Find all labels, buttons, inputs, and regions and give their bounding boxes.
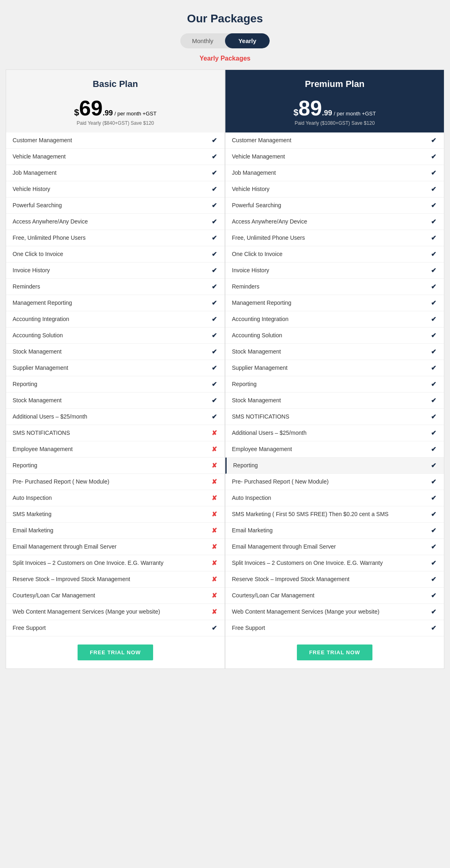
check-icon: ✔ <box>429 364 437 372</box>
feature-row: Reporting✔ <box>225 376 444 393</box>
feature-row: Management Reporting✔ <box>6 295 225 311</box>
feature-name: Vehicle Management <box>13 153 210 160</box>
features-list-premium: Customer Management✔Vehicle Management✔J… <box>225 132 444 636</box>
feature-row: Auto Inspection✔ <box>225 490 444 506</box>
trial-button-premium[interactable]: FREE TRIAL NOW <box>297 644 372 660</box>
check-icon: ✔ <box>429 218 437 226</box>
feature-name: Email Marketing <box>13 527 210 534</box>
feature-row: Stock Management✔ <box>225 393 444 409</box>
check-icon: ✔ <box>429 510 437 518</box>
feature-row: Accounting Solution✔ <box>225 328 444 344</box>
feature-row: Vehicle Management✔ <box>225 149 444 165</box>
feature-name: Reminders <box>232 283 429 290</box>
check-icon: ✔ <box>429 185 437 193</box>
plan-header-basic: Basic Plan$69.99/ per month +GSTPaid Yea… <box>6 70 225 132</box>
plan-header-premium: Premium Plan$89.99/ per month +GSTPaid Y… <box>225 70 444 132</box>
check-icon: ✔ <box>210 250 218 258</box>
check-icon: ✔ <box>429 380 437 388</box>
price-cents: .99 <box>322 109 332 117</box>
cross-icon: ✘ <box>210 494 218 502</box>
check-icon: ✔ <box>429 592 437 599</box>
price-period: / per month +GST <box>334 111 376 117</box>
feature-row: Email Management through Email Server✘ <box>6 539 225 555</box>
plan-card-premium: Premium Plan$89.99/ per month +GSTPaid Y… <box>225 69 444 669</box>
check-icon: ✔ <box>210 315 218 323</box>
feature-row: Access Anywhere/Any Device✔ <box>6 214 225 230</box>
feature-row: Job Management✔ <box>225 165 444 181</box>
check-icon: ✔ <box>429 462 437 469</box>
feature-name: Auto Inspection <box>232 494 429 501</box>
toggle-container: Monthly Yearly <box>4 33 446 48</box>
feature-row: Supplier Management✔ <box>6 360 225 376</box>
feature-name: Accounting Integration <box>232 315 429 323</box>
check-icon: ✔ <box>210 364 218 372</box>
monthly-toggle-btn[interactable]: Monthly <box>180 33 225 48</box>
price-note-basic: Paid Yearly ($840+GST) Save $120 <box>10 120 221 126</box>
check-icon: ✔ <box>210 234 218 242</box>
feature-row: Accounting Integration✔ <box>225 311 444 328</box>
price-period: / per month +GST <box>115 111 157 117</box>
feature-row: Vehicle History✔ <box>225 181 444 197</box>
check-icon: ✔ <box>210 137 218 144</box>
check-icon: ✔ <box>210 624 218 632</box>
billing-toggle[interactable]: Monthly Yearly <box>180 33 270 48</box>
cross-icon: ✘ <box>210 527 218 534</box>
price-main: 69 <box>79 98 103 119</box>
check-icon: ✔ <box>429 348 437 356</box>
plan-card-basic: Basic Plan$69.99/ per month +GSTPaid Yea… <box>6 69 225 669</box>
feature-name: Job Management <box>232 169 429 176</box>
feature-row: Free Support✔ <box>225 620 444 636</box>
cross-icon: ✘ <box>210 510 218 518</box>
cross-icon: ✘ <box>210 543 218 551</box>
feature-name: Vehicle History <box>13 185 210 193</box>
feature-name: Employee Management <box>232 445 429 453</box>
check-icon: ✔ <box>429 494 437 502</box>
check-icon: ✔ <box>429 137 437 144</box>
feature-row: Employee Management✘ <box>6 441 225 458</box>
check-icon: ✔ <box>210 413 218 421</box>
plans-wrapper: Basic Plan$69.99/ per month +GSTPaid Yea… <box>6 69 444 669</box>
feature-row: Additional Users – $25/month✔ <box>6 409 225 425</box>
feature-name: SMS Marketing <box>13 510 210 518</box>
yearly-toggle-btn[interactable]: Yearly <box>225 33 270 48</box>
feature-row: Stock Management✔ <box>6 393 225 409</box>
trial-button-basic[interactable]: FREE TRIAL NOW <box>78 644 153 660</box>
price-row-premium: $89.99/ per month +GST <box>229 98 440 119</box>
check-icon: ✔ <box>429 169 437 177</box>
feature-row: Reminders✔ <box>225 279 444 295</box>
feature-row: Web Content Management Services (Mange y… <box>225 604 444 620</box>
feature-name: Free Support <box>232 624 429 631</box>
feature-row: One Click to Invoice✔ <box>6 246 225 263</box>
feature-name: Additional Users – $25/month <box>232 429 429 436</box>
feature-row: Stock Management✔ <box>225 344 444 360</box>
feature-name: Reporting <box>13 462 210 469</box>
feature-row: Management Reporting✔ <box>225 295 444 311</box>
price-cents: .99 <box>103 109 113 117</box>
cross-icon: ✘ <box>210 608 218 616</box>
feature-name: Customer Management <box>232 137 429 144</box>
feature-name: Web Content Management Services (Mange y… <box>13 608 210 615</box>
check-icon: ✔ <box>429 250 437 258</box>
feature-row: Free, Unlimited Phone Users✔ <box>6 230 225 246</box>
price-note-premium: Paid Yearly ($1080+GST) Save $120 <box>229 120 440 126</box>
feature-row: Split Invoices – 2 Customers on One Invo… <box>225 555 444 571</box>
feature-name: Invoice History <box>13 267 210 274</box>
feature-name: Free, Unlimited Phone Users <box>232 234 429 241</box>
feature-name: Powerful Searching <box>13 202 210 209</box>
cross-icon: ✘ <box>210 462 218 469</box>
feature-name: Invoice History <box>232 267 429 274</box>
feature-name: Customer Management <box>13 137 210 144</box>
feature-name: Courtesy/Loan Car Management <box>232 592 429 599</box>
feature-name: Email Marketing <box>232 527 429 534</box>
feature-name: SMS Marketing ( First 50 SMS FREE) Then … <box>232 510 429 518</box>
check-icon: ✔ <box>429 429 437 437</box>
feature-row: SMS Marketing ( First 50 SMS FREE) Then … <box>225 506 444 523</box>
feature-name: Reserve Stock – Improved Stock Managemen… <box>232 575 429 583</box>
feature-row: Web Content Management Services (Mange y… <box>6 604 225 620</box>
feature-row: Accounting Integration✔ <box>6 311 225 328</box>
feature-name: Stock Management <box>232 397 429 404</box>
feature-name: Pre- Purchased Report ( New Module) <box>232 478 429 485</box>
feature-name: SMS NOTIFICATIONS <box>232 413 429 420</box>
feature-name: Supplier Management <box>13 364 210 371</box>
feature-name: Powerful Searching <box>232 202 429 209</box>
